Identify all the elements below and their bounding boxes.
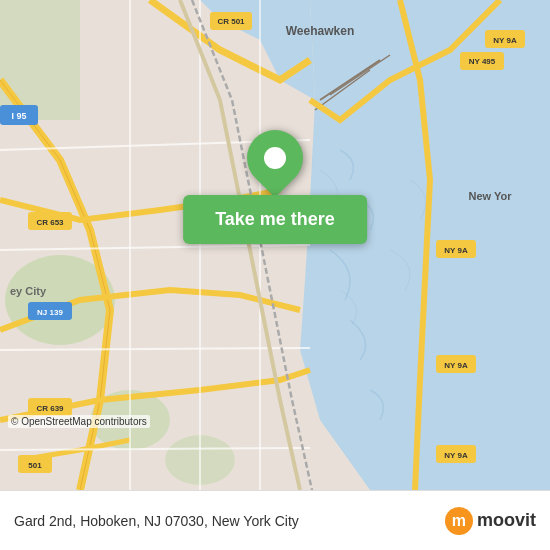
- svg-text:NY 9A: NY 9A: [444, 246, 468, 255]
- moovit-logo: m moovit: [445, 507, 536, 535]
- svg-text:CR 653: CR 653: [36, 218, 64, 227]
- moovit-brand-name: moovit: [477, 510, 536, 531]
- svg-text:ey City: ey City: [10, 285, 47, 297]
- svg-text:New Yor: New Yor: [469, 190, 513, 202]
- footer: Gard 2nd, Hoboken, NJ 07030, New York Ci…: [0, 490, 550, 550]
- svg-text:Weehawken: Weehawken: [286, 24, 354, 38]
- svg-text:I 95: I 95: [11, 111, 26, 121]
- svg-text:NY 9A: NY 9A: [493, 36, 517, 45]
- svg-text:CR 639: CR 639: [36, 404, 64, 413]
- osm-attribution: © OpenStreetMap contributors: [8, 415, 150, 428]
- svg-text:NJ 139: NJ 139: [37, 308, 63, 317]
- svg-text:NY 9A: NY 9A: [444, 451, 468, 460]
- pin-bubble: [235, 118, 314, 197]
- address-text: Gard 2nd, Hoboken, NJ 07030, New York Ci…: [14, 513, 445, 529]
- map-pin: [247, 130, 303, 186]
- take-me-there-button[interactable]: Take me there: [183, 195, 367, 244]
- moovit-icon: m: [445, 507, 473, 535]
- pin-inner: [264, 147, 286, 169]
- svg-text:NY 9A: NY 9A: [444, 361, 468, 370]
- svg-text:CR 501: CR 501: [217, 17, 245, 26]
- map-container: I 95 CR 501 NY 9A NY 495 CR 653 NJ 139 C…: [0, 0, 550, 490]
- svg-text:NY 495: NY 495: [469, 57, 496, 66]
- svg-text:501: 501: [28, 461, 42, 470]
